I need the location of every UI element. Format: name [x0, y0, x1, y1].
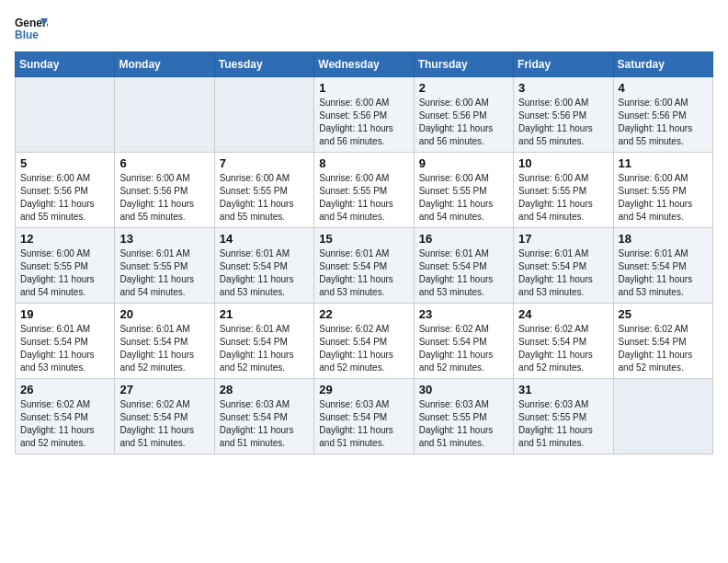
calendar-cell: 3Sunrise: 6:00 AMSunset: 5:56 PMDaylight…	[514, 77, 613, 153]
cell-info: Sunset: 5:56 PM	[619, 109, 708, 122]
cell-info: Sunrise: 6:00 AM	[619, 172, 708, 185]
day-number: 21	[220, 307, 309, 321]
cell-info: Daylight: 11 hours and 54 minutes.	[518, 198, 608, 224]
calendar-header-row: SundayMondayTuesdayWednesdayThursdayFrid…	[16, 52, 713, 77]
cell-info: Daylight: 11 hours and 52 minutes.	[319, 349, 408, 374]
calendar-cell: 11Sunrise: 6:00 AMSunset: 5:55 PMDayligh…	[613, 153, 712, 228]
cell-info: Sunset: 5:54 PM	[419, 336, 508, 349]
calendar-week-row: 19Sunrise: 6:01 AMSunset: 5:54 PMDayligh…	[16, 304, 713, 379]
cell-info: Sunset: 5:56 PM	[319, 109, 408, 122]
calendar-cell: 2Sunrise: 6:00 AMSunset: 5:56 PMDaylight…	[414, 77, 513, 153]
day-number: 23	[419, 307, 508, 321]
cell-info: Daylight: 11 hours and 53 minutes.	[319, 273, 408, 299]
cell-info: Daylight: 11 hours and 52 minutes.	[20, 424, 109, 450]
cell-info: Daylight: 11 hours and 54 minutes.	[319, 198, 408, 224]
cell-info: Sunset: 5:55 PM	[518, 411, 608, 424]
cell-info: Sunset: 5:55 PM	[220, 185, 309, 198]
cell-info: Sunset: 5:54 PM	[220, 336, 309, 349]
cell-info: Sunset: 5:54 PM	[220, 411, 309, 424]
calendar-cell	[115, 77, 214, 153]
day-number: 7	[220, 156, 309, 170]
cell-info: Sunset: 5:55 PM	[518, 185, 608, 198]
calendar-cell: 4Sunrise: 6:00 AMSunset: 5:56 PMDaylight…	[613, 77, 712, 153]
day-number: 29	[319, 383, 408, 396]
calendar-cell: 22Sunrise: 6:02 AMSunset: 5:54 PMDayligh…	[314, 304, 414, 379]
cell-info: Daylight: 11 hours and 55 minutes.	[220, 198, 309, 224]
calendar-cell: 5Sunrise: 6:00 AMSunset: 5:56 PMDaylight…	[16, 153, 115, 228]
cell-info: Sunrise: 6:02 AM	[119, 398, 209, 411]
cell-info: Sunrise: 6:00 AM	[419, 172, 508, 185]
cell-info: Sunrise: 6:01 AM	[619, 247, 708, 260]
calendar-cell: 28Sunrise: 6:03 AMSunset: 5:54 PMDayligh…	[214, 379, 313, 454]
weekday-header-tuesday: Tuesday	[214, 52, 313, 77]
cell-info: Daylight: 11 hours and 52 minutes.	[518, 349, 608, 374]
cell-info: Sunset: 5:54 PM	[20, 411, 109, 424]
logo: General Blue	[15, 15, 51, 40]
calendar-week-row: 5Sunrise: 6:00 AMSunset: 5:56 PMDaylight…	[16, 153, 713, 228]
cell-info: Sunrise: 6:01 AM	[319, 247, 408, 260]
cell-info: Sunset: 5:54 PM	[319, 260, 408, 273]
cell-info: Daylight: 11 hours and 53 minutes.	[518, 273, 608, 299]
calendar-cell	[16, 77, 115, 153]
cell-info: Daylight: 11 hours and 55 minutes.	[119, 198, 209, 224]
cell-info: Sunrise: 6:01 AM	[220, 247, 309, 260]
day-number: 12	[20, 232, 109, 246]
cell-info: Daylight: 11 hours and 53 minutes.	[220, 273, 309, 299]
day-number: 4	[619, 81, 708, 95]
weekday-header-monday: Monday	[115, 52, 214, 77]
calendar-cell: 24Sunrise: 6:02 AMSunset: 5:54 PMDayligh…	[514, 304, 613, 379]
cell-info: Daylight: 11 hours and 53 minutes.	[20, 349, 109, 374]
calendar-cell: 16Sunrise: 6:01 AMSunset: 5:54 PMDayligh…	[414, 228, 513, 304]
cell-info: Sunset: 5:56 PM	[419, 109, 508, 122]
cell-info: Sunrise: 6:01 AM	[119, 247, 209, 260]
cell-info: Sunrise: 6:00 AM	[319, 172, 408, 185]
cell-info: Daylight: 11 hours and 53 minutes.	[619, 273, 708, 299]
day-number: 15	[319, 232, 408, 246]
calendar-cell: 30Sunrise: 6:03 AMSunset: 5:55 PMDayligh…	[414, 379, 513, 454]
day-number: 17	[518, 232, 608, 246]
day-number: 27	[119, 383, 209, 396]
cell-info: Sunrise: 6:01 AM	[20, 323, 109, 336]
cell-info: Daylight: 11 hours and 51 minutes.	[119, 424, 209, 450]
cell-info: Sunrise: 6:00 AM	[20, 247, 109, 260]
calendar-cell: 26Sunrise: 6:02 AMSunset: 5:54 PMDayligh…	[16, 379, 115, 454]
calendar-cell: 14Sunrise: 6:01 AMSunset: 5:54 PMDayligh…	[214, 228, 313, 304]
day-number: 16	[419, 232, 508, 246]
cell-info: Sunset: 5:54 PM	[619, 260, 708, 273]
cell-info: Daylight: 11 hours and 52 minutes.	[419, 349, 508, 374]
day-number: 13	[119, 232, 209, 246]
cell-info: Sunrise: 6:02 AM	[20, 398, 109, 411]
cell-info: Sunrise: 6:02 AM	[419, 323, 508, 336]
calendar-cell: 19Sunrise: 6:01 AMSunset: 5:54 PMDayligh…	[16, 304, 115, 379]
cell-info: Sunrise: 6:03 AM	[220, 398, 309, 411]
cell-info: Sunset: 5:55 PM	[319, 185, 408, 198]
cell-info: Sunset: 5:55 PM	[419, 411, 508, 424]
weekday-header-friday: Friday	[514, 52, 613, 77]
calendar-table: SundayMondayTuesdayWednesdayThursdayFrid…	[15, 52, 713, 454]
cell-info: Sunset: 5:54 PM	[119, 411, 209, 424]
cell-info: Daylight: 11 hours and 55 minutes.	[20, 198, 109, 224]
cell-info: Sunset: 5:54 PM	[419, 260, 508, 273]
svg-text:Blue: Blue	[15, 29, 39, 40]
cell-info: Sunset: 5:56 PM	[518, 109, 608, 122]
calendar-cell: 18Sunrise: 6:01 AMSunset: 5:54 PMDayligh…	[613, 228, 712, 304]
day-number: 20	[119, 307, 209, 321]
day-number: 3	[518, 81, 608, 95]
cell-info: Sunset: 5:54 PM	[518, 260, 608, 273]
cell-info: Sunset: 5:54 PM	[20, 336, 109, 349]
day-number: 14	[220, 232, 309, 246]
cell-info: Daylight: 11 hours and 51 minutes.	[319, 424, 408, 450]
calendar-cell: 6Sunrise: 6:00 AMSunset: 5:56 PMDaylight…	[115, 153, 214, 228]
cell-info: Sunrise: 6:02 AM	[518, 323, 608, 336]
day-number: 28	[220, 383, 309, 396]
calendar-cell: 23Sunrise: 6:02 AMSunset: 5:54 PMDayligh…	[414, 304, 513, 379]
cell-info: Sunrise: 6:00 AM	[419, 97, 508, 109]
day-number: 30	[419, 383, 508, 396]
cell-info: Daylight: 11 hours and 54 minutes.	[20, 273, 109, 299]
cell-info: Sunrise: 6:00 AM	[119, 172, 209, 185]
cell-info: Daylight: 11 hours and 56 minutes.	[419, 122, 508, 148]
cell-info: Daylight: 11 hours and 56 minutes.	[319, 122, 408, 148]
calendar-cell: 31Sunrise: 6:03 AMSunset: 5:55 PMDayligh…	[514, 379, 613, 454]
cell-info: Sunrise: 6:03 AM	[419, 398, 508, 411]
calendar-cell: 25Sunrise: 6:02 AMSunset: 5:54 PMDayligh…	[613, 304, 712, 379]
